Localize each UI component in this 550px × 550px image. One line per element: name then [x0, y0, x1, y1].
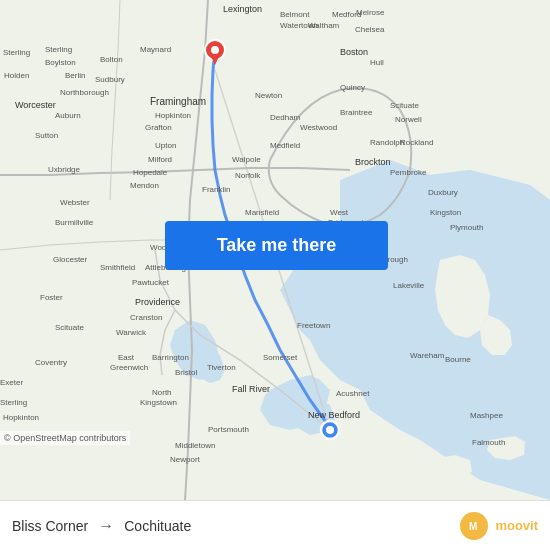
svg-text:Wareham: Wareham	[410, 351, 445, 360]
svg-text:M: M	[469, 521, 477, 532]
svg-text:Lexington: Lexington	[223, 4, 262, 14]
svg-text:Belmont: Belmont	[280, 10, 310, 19]
bottom-bar: Bliss Corner → Cochituate M moovit	[0, 500, 550, 550]
svg-text:Milford: Milford	[148, 155, 172, 164]
svg-text:Plymouth: Plymouth	[450, 223, 483, 232]
svg-text:Worcester: Worcester	[15, 100, 56, 110]
svg-text:Braintree: Braintree	[340, 108, 373, 117]
svg-text:Hopkinton: Hopkinton	[155, 111, 191, 120]
svg-text:Bolton: Bolton	[100, 55, 123, 64]
moovit-icon: M	[460, 512, 488, 540]
svg-text:Pembroke: Pembroke	[390, 168, 427, 177]
svg-text:Duxbury: Duxbury	[428, 188, 458, 197]
svg-text:Pawtucket: Pawtucket	[132, 278, 170, 287]
svg-text:Somerset: Somerset	[263, 353, 298, 362]
take-me-there-button[interactable]: Take me there	[165, 221, 388, 270]
svg-text:Sterling: Sterling	[3, 48, 30, 57]
svg-text:Bourne: Bourne	[445, 355, 471, 364]
arrow-icon: →	[98, 517, 114, 535]
moovit-logo: M moovit	[460, 512, 538, 540]
svg-text:Greenwich: Greenwich	[110, 363, 148, 372]
svg-point-105	[211, 46, 219, 54]
svg-text:Glocester: Glocester	[53, 255, 88, 264]
svg-text:Burmillville: Burmillville	[55, 218, 94, 227]
svg-point-107	[326, 426, 334, 434]
svg-text:Scituate: Scituate	[390, 101, 419, 110]
svg-text:Smithfield: Smithfield	[100, 263, 135, 272]
svg-text:Westwood: Westwood	[300, 123, 337, 132]
destination-label: Cochituate	[124, 518, 191, 534]
svg-text:Upton: Upton	[155, 141, 176, 150]
map-attribution: © OpenStreetMap contributors	[0, 431, 130, 445]
svg-text:Rockland: Rockland	[400, 138, 433, 147]
svg-text:Franklin: Franklin	[202, 185, 230, 194]
origin-label: Bliss Corner	[12, 518, 88, 534]
svg-text:Cranston: Cranston	[130, 313, 162, 322]
svg-text:Auburn: Auburn	[55, 111, 81, 120]
svg-text:Barrington: Barrington	[152, 353, 189, 362]
svg-text:Newton: Newton	[255, 91, 282, 100]
svg-text:Medfield: Medfield	[270, 141, 300, 150]
svg-text:Boylston: Boylston	[45, 58, 76, 67]
svg-text:Acushnet: Acushnet	[336, 389, 370, 398]
svg-text:Quincy: Quincy	[340, 83, 365, 92]
svg-text:Portsmouth: Portsmouth	[208, 425, 249, 434]
svg-text:Grafton: Grafton	[145, 123, 172, 132]
svg-text:North: North	[152, 388, 172, 397]
svg-text:Middletown: Middletown	[175, 441, 215, 450]
svg-text:Melrose: Melrose	[356, 8, 385, 17]
svg-text:Coventry: Coventry	[35, 358, 67, 367]
svg-text:Maynard: Maynard	[140, 45, 171, 54]
svg-text:Foster: Foster	[40, 293, 63, 302]
svg-text:Exeter: Exeter	[0, 378, 23, 387]
map-container: Boston Waltham Chelsea Medford Melrose B…	[0, 0, 550, 500]
svg-text:Providence: Providence	[135, 297, 180, 307]
svg-text:Mansfield: Mansfield	[245, 208, 279, 217]
svg-text:Boston: Boston	[340, 47, 368, 57]
svg-text:Sudbury: Sudbury	[95, 75, 125, 84]
svg-text:Bristol: Bristol	[175, 368, 197, 377]
svg-text:Newport: Newport	[170, 455, 201, 464]
svg-text:Brockton: Brockton	[355, 157, 391, 167]
svg-text:Lakeville: Lakeville	[393, 281, 425, 290]
moovit-text: moovit	[495, 518, 538, 533]
svg-text:Berlin: Berlin	[65, 71, 85, 80]
svg-text:Uxbridge: Uxbridge	[48, 165, 81, 174]
svg-text:West: West	[330, 208, 349, 217]
svg-text:Northborough: Northborough	[60, 88, 109, 97]
svg-text:Mendon: Mendon	[130, 181, 159, 190]
svg-text:Hopkinton: Hopkinton	[3, 413, 39, 422]
svg-text:Walpole: Walpole	[232, 155, 261, 164]
svg-text:Fall River: Fall River	[232, 384, 270, 394]
svg-text:Sutton: Sutton	[35, 131, 58, 140]
svg-text:Hull: Hull	[370, 58, 384, 67]
svg-text:Falmouth: Falmouth	[472, 438, 505, 447]
svg-text:Norwell: Norwell	[395, 115, 422, 124]
svg-text:New Bedford: New Bedford	[308, 410, 360, 420]
svg-text:Chelsea: Chelsea	[355, 25, 385, 34]
svg-text:Sterling: Sterling	[45, 45, 72, 54]
svg-text:Framingham: Framingham	[150, 96, 206, 107]
svg-text:Sterling: Sterling	[0, 398, 27, 407]
svg-text:Holden: Holden	[4, 71, 29, 80]
svg-text:Kingston: Kingston	[430, 208, 461, 217]
svg-text:Kingstown: Kingstown	[140, 398, 177, 407]
svg-text:Freetown: Freetown	[297, 321, 330, 330]
svg-text:Warwick: Warwick	[116, 328, 147, 337]
svg-text:Norfolk: Norfolk	[235, 171, 261, 180]
svg-text:Hopedale: Hopedale	[133, 168, 168, 177]
svg-text:Tiverton: Tiverton	[207, 363, 236, 372]
svg-text:Dedham: Dedham	[270, 113, 301, 122]
svg-text:Mashpee: Mashpee	[470, 411, 503, 420]
svg-text:Scituate: Scituate	[55, 323, 84, 332]
svg-text:Watertown: Watertown	[280, 21, 318, 30]
svg-text:Webster: Webster	[60, 198, 90, 207]
svg-text:East: East	[118, 353, 135, 362]
